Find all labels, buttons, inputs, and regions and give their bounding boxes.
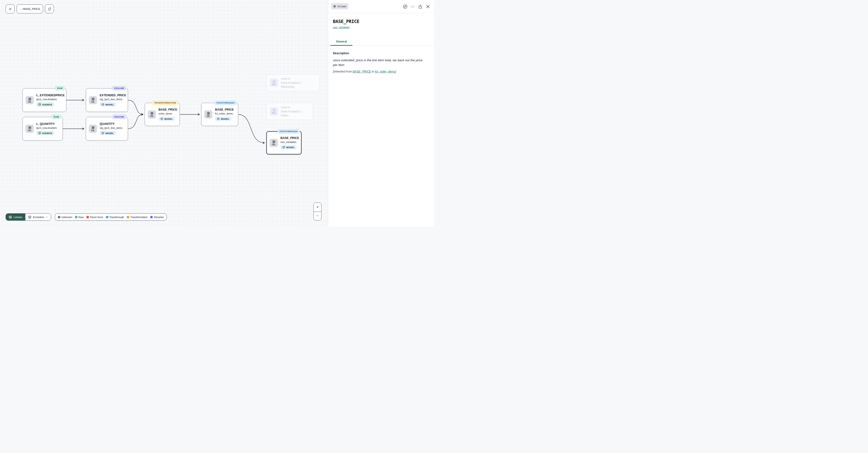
close-panel-icon[interactable] — [426, 4, 430, 9]
node-type-badge: RENAME — [112, 115, 126, 119]
tab-general[interactable]: General — [330, 37, 353, 46]
node-l-quantity[interactable]: RAW COL L_QUANTITY tpch_now.lineitem SOU… — [23, 117, 63, 141]
breadcrumb[interactable]: .. / BASE_PRICE — [17, 4, 43, 13]
node-entity-type: COL — [91, 130, 95, 132]
column-icon-box: COL — [26, 96, 34, 104]
node-l-extendedprice[interactable]: RAW COL L_EXTENDEDPRICE tpch_now.lineite… — [23, 88, 66, 112]
refresh-icon — [48, 7, 52, 11]
kind-label: MODEL — [105, 103, 114, 106]
columns-icon — [150, 112, 154, 115]
column-icon-box: COL — [270, 139, 278, 147]
description-text: since extended_price is the line item to… — [333, 58, 428, 67]
cube-icon — [160, 117, 163, 120]
kind-label: MODEL — [164, 118, 173, 120]
kind-label: SOURCE — [42, 103, 52, 106]
lens-mode-dropdown[interactable]: Evolution — [25, 214, 51, 220]
columns-icon — [28, 126, 31, 129]
cube-icon — [282, 146, 285, 148]
node-type-badge: PASSTHROUGH — [215, 101, 237, 105]
column-icon-box: COL — [89, 124, 97, 133]
inherited-model-link[interactable]: fct_order_items — [375, 70, 395, 73]
legend-item-rename: Rename — [150, 216, 164, 219]
kind-badge: MODEL — [100, 102, 116, 107]
model-link[interactable]: use_variables — [333, 26, 349, 29]
node-subtitle: stg_tpch_line_items — [100, 126, 122, 130]
node-entity-type: COL — [28, 101, 32, 103]
node-title: EXTENDED_PRICE — [100, 94, 126, 97]
breadcrumb-label: .. / BASE_PRICE — [20, 7, 40, 10]
node-entity-type: COL — [28, 130, 32, 132]
description-heading: Description — [333, 52, 429, 55]
legend-item-raw: Raw — [75, 216, 84, 219]
kind-badge: SOURCE — [36, 102, 54, 107]
zoom-out-button[interactable]: − — [314, 212, 321, 220]
refresh-button[interactable] — [45, 4, 54, 13]
ghost-node-used-in-sales[interactable]: PRJ Used In Data Analytics | Sales — [266, 103, 313, 120]
node-entity-type: COL — [91, 101, 95, 103]
kind-badge: MODEL — [100, 131, 116, 135]
lenses-bar: Lenses Evolution — [6, 214, 51, 221]
kind-label: MODEL — [221, 118, 229, 120]
columns-icon — [28, 97, 31, 101]
node-base-price-use-variables[interactable]: PASSTHROUGH COL BASE_PRICE use_variables… — [266, 131, 302, 154]
project-name: Data Analytics | Sales — [281, 109, 310, 117]
zoom-in-button[interactable]: + — [314, 203, 321, 212]
ghost-node-used-in-marketing[interactable]: PRJ Used In Data Analytics | Marketing — [266, 74, 319, 91]
node-quantity[interactable]: RENAME COL QUANTITY stg_tpch_line_items … — [86, 117, 128, 141]
legend-item-passthrough: Passthrough — [106, 216, 124, 219]
node-type-badge: RAW — [52, 115, 61, 119]
node-subtitle: tpch_now.lineitem — [36, 97, 57, 101]
inherited-note: [Inherited from BASE_PRICE in fct_order_… — [333, 69, 429, 74]
lineage-canvas[interactable]: .. / BASE_PRICE RAW COL L_EXTENDEDPRICE … — [0, 0, 328, 227]
node-type-badge: PASSTHROUGH — [278, 129, 300, 134]
legend-swatch — [127, 216, 129, 218]
legend-item-transformation: Transformation — [127, 216, 148, 219]
legend-item-parse-error: Parse Error — [87, 216, 103, 219]
lens-mode-label: Evolution — [33, 216, 44, 219]
node-base-price-fct-order-items[interactable]: PASSTHROUGH COL BASE_PRICE fct_order_ite… — [201, 103, 238, 126]
node-subtitle: order_items — [158, 112, 172, 115]
legend-item-unknown: Unknown — [58, 216, 72, 219]
share-icon[interactable] — [418, 4, 423, 9]
columns-icon — [272, 140, 276, 143]
kind-badge: MODEL — [215, 117, 231, 121]
project-icon-box: PRJ — [270, 107, 278, 115]
layers-icon — [28, 216, 31, 219]
node-type-badge: RAW — [55, 86, 65, 90]
legend-swatch — [150, 216, 153, 218]
entity-type-label: Column — [337, 5, 346, 8]
node-entity-type: COL — [272, 144, 276, 146]
columns-icon — [333, 5, 336, 8]
node-title: BASE_PRICE — [158, 108, 177, 112]
aperture-icon — [9, 216, 12, 219]
node-base-price-order-items[interactable]: TRANSFORMATION COL BASE_PRICE order_item… — [145, 103, 180, 126]
panel-header: Column — [328, 0, 434, 13]
cube-icon — [101, 103, 104, 106]
node-subtitle: tpch_now.lineitem — [36, 126, 57, 130]
node-subtitle: use_variables — [280, 140, 297, 144]
inherited-column-link[interactable]: BASE_PRICE — [353, 70, 371, 73]
edge-fctorderitems-usevariables — [238, 115, 265, 143]
column-icon-box: COL — [89, 96, 97, 104]
node-title: BASE_PRICE — [280, 136, 299, 140]
columns-icon — [207, 112, 210, 115]
details-panel: Column BASE_PRICE use_variables — [328, 0, 434, 227]
lenses-button[interactable]: Lenses — [6, 214, 25, 220]
column-icon-box: COL — [204, 110, 212, 118]
node-title: L_QUANTITY — [36, 122, 55, 126]
archive-icon — [273, 80, 276, 83]
database-icon — [38, 132, 41, 135]
compass-icon[interactable] — [403, 4, 407, 9]
edge-quantity-baseprice — [128, 115, 143, 129]
close-graph-button[interactable] — [6, 4, 14, 13]
lens-legend: Unknown Raw Parse Error Passthrough Tran… — [55, 214, 167, 221]
node-title: QUANTITY — [100, 122, 115, 126]
columns-icon — [91, 97, 95, 101]
used-in-label: Used In — [281, 77, 316, 80]
kind-badge: MODEL — [280, 145, 297, 149]
node-extended-price[interactable]: RENAME COL EXTENDED_PRICE stg_tpch_line_… — [86, 88, 128, 112]
code-icon[interactable] — [410, 4, 415, 9]
node-entity-type: PRJ — [272, 112, 276, 114]
node-subtitle: stg_tpch_line_items — [100, 97, 122, 101]
database-icon — [38, 103, 41, 106]
